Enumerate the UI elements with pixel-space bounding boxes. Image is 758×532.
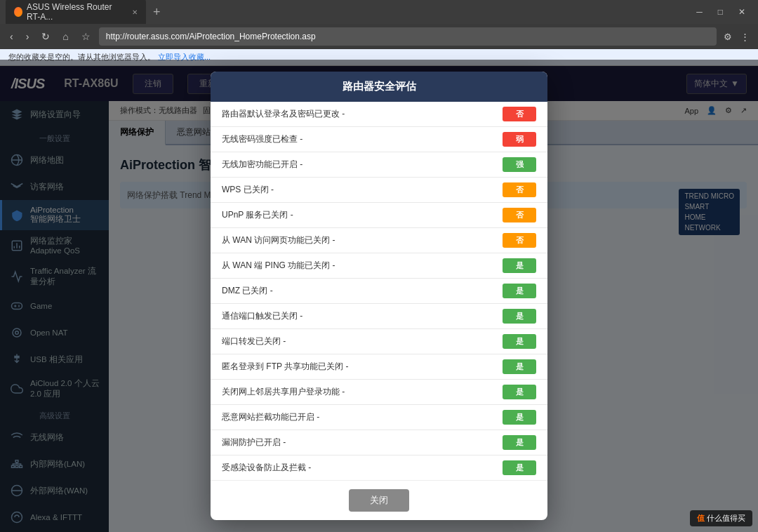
security-row-badge: 是 [503,309,536,324]
security-row-label: 恶意网站拦截功能已开启 - [222,411,319,423]
window-controls: ─ □ ✕ [689,6,752,18]
modal-overlay: 路由器安全评估 路由器默认登录名及密码已更改 -否无线密码强度已检查 -弱无线加… [0,60,758,532]
modal-title: 路由器安全评估 [211,72,547,102]
security-row-label: 路由器默认登录名及密码已更改 - [222,108,345,120]
modal-footer: 关闭 [211,480,547,520]
security-row-badge: 否 [503,107,536,121]
security-row-badge: 是 [503,258,536,273]
security-row-label: 从 WAN 端 PING 功能已关闭 - [222,260,335,272]
new-tab-button[interactable]: + [149,5,165,20]
security-row-badge: 是 [503,334,536,349]
security-row: 通信端口触发已关闭 -是 [211,304,547,329]
security-row-badge: 是 [503,385,536,399]
security-row-badge: 是 [503,435,536,450]
security-row: 无线密码强度已检查 -弱 [211,127,547,152]
security-row-badge: 强 [503,157,536,172]
browser-titlebar: ASUS Wireless Router RT-A... ✕ + ─ □ ✕ [0,0,758,24]
security-row: 从 WAN 端 PING 功能已关闭 -是 [211,253,547,279]
browser-tab[interactable]: ASUS Wireless Router RT-A... ✕ [6,0,146,26]
security-row-label: 无线加密功能已开启 - [222,159,302,171]
security-row: 匿名登录到 FTP 共享功能已关闭 -是 [211,354,547,380]
menu-button[interactable]: ⋮ [738,29,752,45]
security-row-label: DMZ 已关闭 - [222,285,273,297]
security-row: 漏洞防护已开启 -是 [211,430,547,455]
minimize-button[interactable]: ─ [689,6,710,18]
watermark-text: 什么值得买 [707,514,745,522]
security-row-badge: 否 [503,208,536,222]
security-row-badge: 否 [503,233,536,248]
address-bar[interactable] [99,27,717,46]
security-row-label: 端口转发已关闭 - [222,335,286,347]
tab-favicon [14,7,22,17]
security-row: 路由器默认登录名及密码已更改 -否 [211,102,547,127]
security-row-label: 关闭网上邻居共享用户登录功能 - [222,386,345,398]
watermark: 值 什么值得买 [690,510,752,526]
close-button[interactable]: ✕ [731,6,752,18]
security-row-badge: 是 [503,410,536,425]
home-button[interactable]: ⌂ [58,28,72,45]
modal-body: 路由器默认登录名及密码已更改 -否无线密码强度已检查 -弱无线加密功能已开启 -… [211,102,547,480]
security-row: WPS 已关闭 -否 [211,178,547,203]
security-row-badge: 是 [503,284,536,298]
star-button[interactable]: ☆ [77,28,95,45]
security-row-label: 从 WAN 访问网页功能已关闭 - [222,234,335,246]
security-row: 恶意网站拦截功能已开启 -是 [211,405,547,430]
security-row-label: 通信端口触发已关闭 - [222,310,302,322]
browser-actions: ⚙ ⋮ [721,29,752,45]
security-assessment-modal: 路由器安全评估 路由器默认登录名及密码已更改 -否无线密码强度已检查 -弱无线加… [211,72,547,520]
extensions-button[interactable]: ⚙ [721,29,735,45]
security-row: DMZ 已关闭 -是 [211,279,547,304]
security-row-label: 匿名登录到 FTP 共享功能已关闭 - [222,361,348,373]
browser-controls: ‹ › ↻ ⌂ ☆ ⚙ ⋮ [0,24,758,49]
forward-button[interactable]: › [22,28,34,45]
security-row-badge: 是 [503,359,536,374]
security-row: 受感染设备防止及拦截 -是 [211,455,547,480]
security-row-label: 受感染设备防止及拦截 - [222,462,311,474]
tab-title: ASUS Wireless Router RT-A... [27,2,125,22]
security-row-badge: 否 [503,182,536,197]
security-row-badge: 是 [503,460,536,475]
security-row: 从 WAN 访问网页功能已关闭 -否 [211,228,547,253]
maximize-button[interactable]: □ [711,6,730,18]
security-row: 端口转发已关闭 -是 [211,329,547,354]
security-row: 关闭网上邻居共享用户登录功能 -是 [211,380,547,405]
security-row-label: 漏洞防护已开启 - [222,437,286,448]
back-button[interactable]: ‹ [6,28,18,45]
security-row-label: WPS 已关闭 - [222,184,274,196]
refresh-button[interactable]: ↻ [37,28,54,45]
modal-close-button[interactable]: 关闭 [349,489,409,512]
security-row: 无线加密功能已开启 -强 [211,152,547,178]
security-row-label: 无线密码强度已检查 - [222,133,302,145]
security-row-badge: 弱 [503,132,536,147]
security-row: UPnP 服务已关闭 -否 [211,203,547,228]
security-row-label: UPnP 服务已关闭 - [222,209,293,221]
tab-close-btn[interactable]: ✕ [132,8,138,16]
